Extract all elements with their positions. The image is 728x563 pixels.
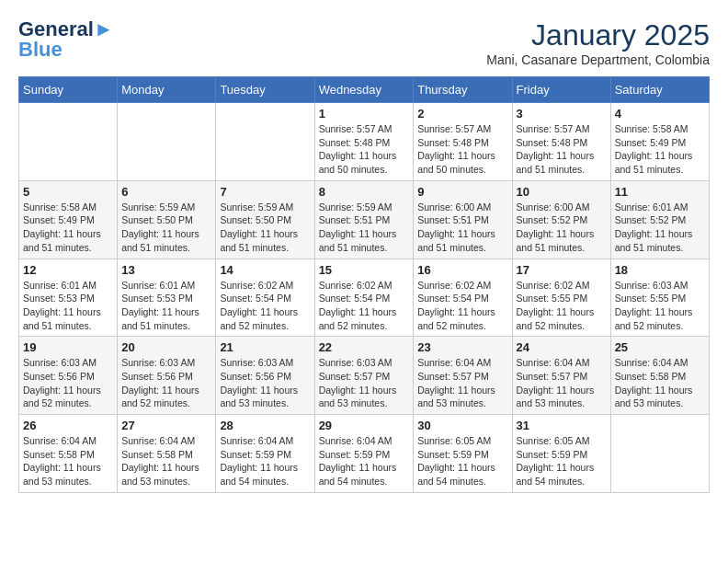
month-title: January 2025 [486,18,710,52]
calendar-cell: 23Sunrise: 6:04 AMSunset: 5:57 PMDayligh… [414,337,512,415]
day-number: 5 [23,185,113,199]
calendar-cell: 8Sunrise: 5:59 AMSunset: 5:51 PMDaylight… [314,180,414,259]
calendar-cell: 25Sunrise: 6:04 AMSunset: 5:58 PMDayligh… [610,337,709,415]
day-number: 21 [220,340,310,354]
day-info: Sunrise: 6:02 AMSunset: 5:54 PMDaylight:… [417,279,507,333]
calendar-cell: 17Sunrise: 6:02 AMSunset: 5:55 PMDayligh… [512,259,610,337]
logo-blue-text: Blue [18,39,63,61]
day-number: 19 [23,340,113,354]
calendar-table: SundayMondayTuesdayWednesdayThursdayFrid… [18,76,710,493]
calendar-cell: 31Sunrise: 6:05 AMSunset: 5:59 PMDayligh… [512,415,610,493]
day-number: 29 [319,419,410,432]
calendar-cell [610,415,709,493]
week-row-4: 19Sunrise: 6:03 AMSunset: 5:56 PMDayligh… [19,337,710,415]
calendar-cell: 1Sunrise: 5:57 AMSunset: 5:48 PMDaylight… [314,103,414,181]
day-info: Sunrise: 5:59 AMSunset: 5:51 PMDaylight:… [319,201,410,255]
day-info: Sunrise: 6:04 AMSunset: 5:58 PMDaylight:… [121,434,211,488]
calendar-cell: 2Sunrise: 5:57 AMSunset: 5:48 PMDaylight… [414,103,512,181]
calendar-cell: 22Sunrise: 6:03 AMSunset: 5:57 PMDayligh… [314,337,414,415]
header-day-monday: Monday [118,77,216,103]
header-day-saturday: Saturday [610,77,709,103]
location-title: Mani, Casanare Department, Colombia [486,52,710,67]
day-info: Sunrise: 6:05 AMSunset: 5:59 PMDaylight:… [517,434,607,488]
day-number: 1 [319,107,410,121]
day-info: Sunrise: 5:57 AMSunset: 5:48 PMDaylight:… [319,122,410,177]
calendar-cell: 19Sunrise: 6:03 AMSunset: 5:56 PMDayligh… [19,337,118,415]
day-number: 2 [417,107,507,121]
day-info: Sunrise: 6:00 AMSunset: 5:52 PMDaylight:… [517,201,607,255]
day-info: Sunrise: 5:57 AMSunset: 5:48 PMDaylight:… [417,122,507,177]
title-block: January 2025 Mani, Casanare Department, … [486,18,710,67]
day-number: 12 [23,263,113,277]
calendar-cell: 12Sunrise: 6:01 AMSunset: 5:53 PMDayligh… [19,259,118,337]
logo: General► Blue [18,18,114,61]
day-number: 17 [517,263,607,277]
day-number: 7 [220,185,310,199]
calendar-cell: 24Sunrise: 6:04 AMSunset: 5:57 PMDayligh… [512,337,610,415]
week-row-5: 26Sunrise: 6:04 AMSunset: 5:58 PMDayligh… [19,415,710,493]
calendar-cell [216,103,314,181]
week-row-3: 12Sunrise: 6:01 AMSunset: 5:53 PMDayligh… [19,259,710,337]
day-number: 23 [417,340,507,354]
day-number: 26 [23,419,113,432]
day-number: 8 [319,185,410,199]
day-info: Sunrise: 6:03 AMSunset: 5:55 PMDaylight:… [615,279,705,333]
header-day-friday: Friday [512,77,610,103]
day-info: Sunrise: 6:02 AMSunset: 5:54 PMDaylight:… [319,279,410,333]
header-day-sunday: Sunday [19,77,118,103]
calendar-cell [19,103,118,181]
day-number: 3 [517,107,607,121]
day-info: Sunrise: 5:57 AMSunset: 5:48 PMDaylight:… [517,122,607,177]
day-number: 11 [615,185,705,199]
calendar-cell: 7Sunrise: 5:59 AMSunset: 5:50 PMDaylight… [216,180,314,259]
day-number: 13 [121,263,211,277]
day-number: 16 [417,263,507,277]
day-number: 22 [319,340,410,354]
day-info: Sunrise: 6:01 AMSunset: 5:53 PMDaylight:… [23,279,113,333]
calendar-cell: 26Sunrise: 6:04 AMSunset: 5:58 PMDayligh… [19,415,118,493]
header-day-wednesday: Wednesday [314,77,414,103]
day-number: 20 [121,340,211,354]
header-day-tuesday: Tuesday [216,77,314,103]
day-info: Sunrise: 6:03 AMSunset: 5:57 PMDaylight:… [319,356,410,410]
calendar-cell: 13Sunrise: 6:01 AMSunset: 5:53 PMDayligh… [118,259,216,337]
header-day-thursday: Thursday [414,77,512,103]
calendar-cell: 29Sunrise: 6:04 AMSunset: 5:59 PMDayligh… [314,415,414,493]
calendar-cell: 11Sunrise: 6:01 AMSunset: 5:52 PMDayligh… [610,180,709,259]
day-info: Sunrise: 6:00 AMSunset: 5:51 PMDaylight:… [417,201,507,255]
calendar-cell: 3Sunrise: 5:57 AMSunset: 5:48 PMDaylight… [512,103,610,181]
day-info: Sunrise: 6:04 AMSunset: 5:57 PMDaylight:… [417,356,507,410]
day-info: Sunrise: 6:04 AMSunset: 5:59 PMDaylight:… [220,434,310,488]
day-info: Sunrise: 6:02 AMSunset: 5:55 PMDaylight:… [517,279,607,333]
day-info: Sunrise: 6:04 AMSunset: 5:59 PMDaylight:… [319,434,410,488]
calendar-cell: 4Sunrise: 5:58 AMSunset: 5:49 PMDaylight… [610,103,709,181]
day-info: Sunrise: 5:58 AMSunset: 5:49 PMDaylight:… [23,201,113,255]
calendar-cell: 15Sunrise: 6:02 AMSunset: 5:54 PMDayligh… [314,259,414,337]
day-number: 27 [121,419,211,432]
day-number: 14 [220,263,310,277]
day-info: Sunrise: 6:01 AMSunset: 5:52 PMDaylight:… [615,201,705,255]
calendar-cell: 16Sunrise: 6:02 AMSunset: 5:54 PMDayligh… [414,259,512,337]
day-info: Sunrise: 6:03 AMSunset: 5:56 PMDaylight:… [23,356,113,410]
day-number: 31 [517,419,607,432]
day-info: Sunrise: 5:59 AMSunset: 5:50 PMDaylight:… [220,201,310,255]
day-info: Sunrise: 6:03 AMSunset: 5:56 PMDaylight:… [220,356,310,410]
day-number: 4 [615,107,705,121]
calendar-cell: 14Sunrise: 6:02 AMSunset: 5:54 PMDayligh… [216,259,314,337]
calendar-cell [118,103,216,181]
calendar-cell: 6Sunrise: 5:59 AMSunset: 5:50 PMDaylight… [118,180,216,259]
calendar-cell: 18Sunrise: 6:03 AMSunset: 5:55 PMDayligh… [610,259,709,337]
day-info: Sunrise: 6:01 AMSunset: 5:53 PMDaylight:… [121,279,211,333]
calendar-cell: 5Sunrise: 5:58 AMSunset: 5:49 PMDaylight… [19,180,118,259]
day-number: 15 [319,263,410,277]
calendar-cell: 28Sunrise: 6:04 AMSunset: 5:59 PMDayligh… [216,415,314,493]
day-info: Sunrise: 6:03 AMSunset: 5:56 PMDaylight:… [121,356,211,410]
day-number: 9 [417,185,507,199]
day-info: Sunrise: 6:04 AMSunset: 5:58 PMDaylight:… [23,434,113,488]
day-number: 25 [615,340,705,354]
day-number: 28 [220,419,310,432]
week-row-1: 1Sunrise: 5:57 AMSunset: 5:48 PMDaylight… [19,103,710,181]
day-info: Sunrise: 6:04 AMSunset: 5:58 PMDaylight:… [615,356,705,410]
week-row-2: 5Sunrise: 5:58 AMSunset: 5:49 PMDaylight… [19,180,710,259]
day-number: 18 [615,263,705,277]
